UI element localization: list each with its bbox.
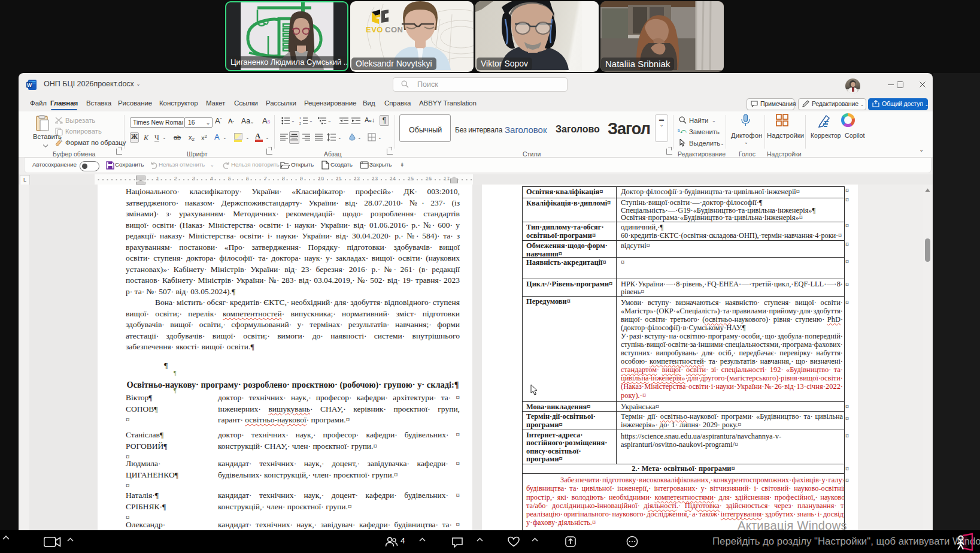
svg-text:1: 1 xyxy=(299,117,301,120)
svg-text:EVO: EVO xyxy=(366,25,383,34)
svg-text:CON: CON xyxy=(385,25,403,34)
svg-text:2: 2 xyxy=(299,122,301,125)
svg-text:W: W xyxy=(27,82,32,88)
